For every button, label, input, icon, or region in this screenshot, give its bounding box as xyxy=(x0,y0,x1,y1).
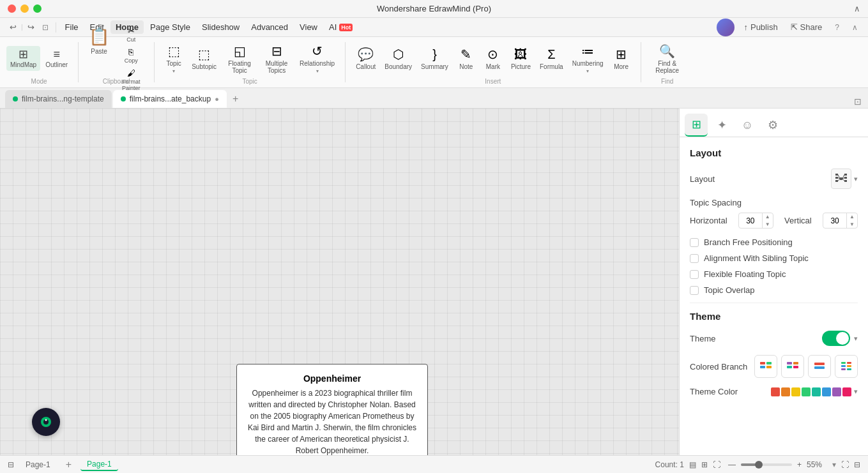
zoom-in-button[interactable]: + xyxy=(795,459,804,470)
tab-expand-button[interactable]: ⊡ xyxy=(853,95,863,108)
more-button[interactable]: ⊞ More xyxy=(609,41,634,77)
color-red[interactable] xyxy=(771,387,780,396)
panel-tab-settings[interactable]: ⚙ xyxy=(761,114,784,137)
svg-rect-20 xyxy=(787,362,792,364)
zoom-slider[interactable] xyxy=(741,463,792,466)
mindmap-icon: ⊞ xyxy=(19,49,28,60)
layout-dropdown[interactable]: ▾ xyxy=(854,175,858,183)
topic-button[interactable]: ⬚ Topic ▾ xyxy=(161,41,187,77)
outliner-button[interactable]: ≡ Outliner xyxy=(42,46,72,71)
picture-button[interactable]: 🖼 Picture xyxy=(507,41,535,77)
add-page-button[interactable]: + xyxy=(62,458,75,472)
panel-tab-style[interactable]: ✦ xyxy=(710,114,733,137)
mark-button[interactable]: ⊙ Mark xyxy=(480,41,506,77)
find-replace-button[interactable]: 🔍 Find & Replace xyxy=(648,41,687,77)
color-orange[interactable] xyxy=(781,387,790,396)
color-teal[interactable] xyxy=(812,387,821,396)
spacing-row: Horizontal 30 ▲ ▼ Vertical 30 ▲ ▼ xyxy=(690,213,858,229)
boundary-button[interactable]: ⬡ Boundary xyxy=(381,41,416,77)
page-tab-1[interactable]: Page-1 xyxy=(19,459,57,470)
color-blue[interactable] xyxy=(822,387,831,396)
mindmap-button[interactable]: ⊞ MindMap xyxy=(6,46,40,71)
view-icon-1[interactable]: ▤ xyxy=(689,460,696,469)
callout-button[interactable]: 💬 Callout xyxy=(352,41,379,77)
fullscreen-button[interactable]: ⛶ xyxy=(841,460,849,469)
horizontal-up[interactable]: ▲ xyxy=(763,213,773,221)
svg-rect-6 xyxy=(835,180,838,182)
page-nav-icon[interactable]: ⊟ xyxy=(8,460,14,469)
theme-toggle[interactable] xyxy=(822,331,850,346)
color-dropdown[interactable]: ▾ xyxy=(854,387,858,396)
floating-topic-button[interactable]: ◱ Floating Topic xyxy=(222,41,257,77)
branch-icon-2[interactable] xyxy=(781,355,804,378)
maximize-button[interactable] xyxy=(33,4,42,13)
ai-floating-button[interactable] xyxy=(32,408,60,436)
color-green[interactable] xyxy=(802,387,811,396)
color-purple[interactable] xyxy=(832,387,841,396)
menu-file[interactable]: File xyxy=(60,20,84,34)
horizontal-value[interactable]: 30 xyxy=(739,215,762,227)
publish-button[interactable]: ↑Publish xyxy=(740,20,781,34)
branch-icon-1[interactable] xyxy=(754,355,777,378)
copy-button[interactable]: ⎘ Copy xyxy=(114,45,148,66)
zoom-dropdown[interactable]: ▾ xyxy=(832,460,836,469)
branch-icon-4[interactable] xyxy=(835,355,858,378)
menu-page-style[interactable]: Page Style xyxy=(145,20,195,34)
relationship-button[interactable]: ↺ Relationship ▾ xyxy=(296,41,339,77)
theme-dropdown[interactable]: ▾ xyxy=(854,334,858,343)
boundary-icon: ⬡ xyxy=(393,47,404,62)
horizontal-down[interactable]: ▼ xyxy=(763,221,773,229)
subtopic-button[interactable]: ⬚ Subtopic xyxy=(188,41,220,77)
close-button[interactable] xyxy=(8,4,16,13)
mindmap-node[interactable]: Oppenheimer Oppenheimer is a 2023 biogra… xyxy=(236,364,428,455)
view-icon-3[interactable]: ⛶ xyxy=(713,460,720,469)
share-button[interactable]: ⇱Share xyxy=(787,20,826,34)
topic-overlap-checkbox[interactable] xyxy=(690,286,699,295)
vertical-input[interactable]: 30 ▲ ▼ xyxy=(823,213,858,229)
topic-overlap-label: Topic Overlap xyxy=(704,285,754,295)
summary-button[interactable]: } Summary xyxy=(417,41,452,77)
view-icon-2[interactable]: ⊞ xyxy=(701,460,708,469)
user-avatar[interactable] xyxy=(717,19,735,36)
redo-button[interactable]: ↪ xyxy=(24,20,38,34)
canvas[interactable]: Oppenheimer Oppenheimer is a 2023 biogra… xyxy=(0,109,679,455)
cut-button[interactable]: ✂ Cut xyxy=(114,24,148,45)
shrink-button[interactable]: ⊟ xyxy=(854,460,860,469)
history-back[interactable]: ⊡ xyxy=(39,21,52,34)
menu-view[interactable]: View xyxy=(294,20,323,34)
numbering-button[interactable]: ≔ Numbering ▾ xyxy=(568,41,607,77)
tab-close-button[interactable]: ● xyxy=(215,95,219,103)
menu-advanced[interactable]: Advanced xyxy=(246,20,293,34)
menu-slideshow[interactable]: Slideshow xyxy=(197,20,245,34)
menu-ai[interactable]: AI Hot xyxy=(324,20,358,34)
panel-tab-pin[interactable]: ☺ xyxy=(736,114,759,137)
title-bar: Wondershare EdrawMind (Pro) ∧ xyxy=(0,0,868,18)
paste-button[interactable]: 📋 Paste xyxy=(85,24,113,57)
color-yellow[interactable] xyxy=(791,387,800,396)
flexible-floating-checkbox[interactable] xyxy=(690,270,699,279)
help-button[interactable]: ? xyxy=(831,21,843,34)
panel-tab-layout[interactable]: ⊞ xyxy=(685,114,708,137)
color-pink[interactable] xyxy=(842,387,851,396)
window-expand[interactable]: ∧ xyxy=(854,4,860,13)
horizontal-input[interactable]: 30 ▲ ▼ xyxy=(738,213,773,229)
vertical-down[interactable]: ▼ xyxy=(847,221,857,229)
svg-line-12 xyxy=(838,179,840,181)
zoom-out-button[interactable]: — xyxy=(726,459,738,470)
minimize-button[interactable] xyxy=(20,4,29,13)
collapse-button[interactable]: ∧ xyxy=(848,21,862,34)
branch-free-checkbox[interactable] xyxy=(690,238,699,247)
zoom-slider-knob[interactable] xyxy=(755,461,763,469)
formula-button[interactable]: Σ Formula xyxy=(536,41,567,77)
alignment-sibling-checkbox[interactable] xyxy=(690,254,699,263)
undo-button[interactable]: ↩ xyxy=(6,20,20,34)
tab-add-button[interactable]: + xyxy=(228,91,243,107)
flexible-floating-label: Flexible Floating Topic xyxy=(704,269,786,279)
page-tab-active[interactable]: Page-1 xyxy=(80,458,118,471)
vertical-up[interactable]: ▲ xyxy=(847,213,857,221)
vertical-value[interactable]: 30 xyxy=(823,215,846,227)
layout-icon-button[interactable] xyxy=(831,169,851,189)
multiple-topics-button[interactable]: ⊟ Multiple Topics xyxy=(259,41,294,77)
branch-icon-3[interactable] xyxy=(808,355,831,378)
note-button[interactable]: ✎ Note xyxy=(453,41,479,77)
